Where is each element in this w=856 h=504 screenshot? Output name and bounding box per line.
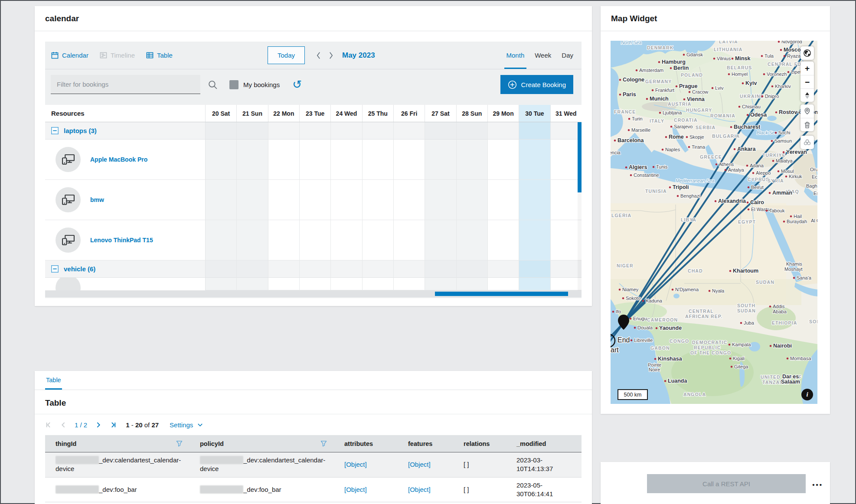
today-button[interactable]: Today bbox=[268, 46, 305, 64]
filter-bookings-input[interactable] bbox=[51, 75, 200, 94]
calendar-cell[interactable] bbox=[268, 278, 300, 290]
calendar-cell[interactable] bbox=[488, 278, 519, 290]
collapse-group-icon[interactable] bbox=[51, 127, 59, 134]
calendar-cell[interactable] bbox=[206, 140, 237, 180]
view-timeline-button[interactable]: Timeline bbox=[100, 52, 135, 59]
calendar-cell[interactable] bbox=[519, 220, 550, 260]
calendar-cell[interactable] bbox=[551, 220, 582, 260]
calendar-cell[interactable] bbox=[425, 220, 456, 260]
calendar-cell[interactable] bbox=[300, 220, 331, 260]
calendar-cell[interactable] bbox=[363, 122, 394, 140]
calendar-cell[interactable] bbox=[457, 140, 488, 180]
filter-funnel-icon[interactable] bbox=[320, 440, 327, 447]
calendar-cell[interactable] bbox=[425, 140, 456, 180]
collapse-group-icon[interactable] bbox=[51, 265, 59, 273]
previous-page-icon[interactable] bbox=[60, 421, 67, 429]
calendar-cell[interactable] bbox=[331, 122, 362, 140]
group-label[interactable]: vehicle (6) bbox=[64, 265, 95, 273]
settings-button[interactable]: Settings bbox=[170, 421, 203, 429]
features-cell[interactable]: [Object] bbox=[398, 457, 453, 472]
calendar-cell[interactable] bbox=[268, 140, 300, 180]
call-rest-api-button[interactable]: Call a REST API bbox=[647, 474, 806, 493]
map-attribution-info-icon[interactable]: i bbox=[801, 389, 813, 400]
horizontal-scrollbar-thumb[interactable] bbox=[435, 292, 568, 296]
previous-period-icon[interactable] bbox=[314, 50, 323, 61]
calendar-cell[interactable] bbox=[237, 260, 268, 278]
calendar-cell[interactable] bbox=[488, 220, 519, 260]
location-pin-icon[interactable] bbox=[800, 104, 814, 118]
calendar-cell[interactable] bbox=[331, 260, 362, 278]
calendar-cell[interactable] bbox=[394, 180, 425, 220]
group-label[interactable]: laptops (3) bbox=[64, 127, 97, 134]
calendar-cell[interactable] bbox=[425, 122, 456, 140]
calendar-cell[interactable] bbox=[268, 220, 300, 260]
calendar-cell[interactable] bbox=[519, 140, 550, 180]
first-page-icon[interactable] bbox=[45, 421, 52, 429]
features-cell[interactable]: [Object] bbox=[398, 482, 453, 497]
last-page-icon[interactable] bbox=[109, 421, 117, 429]
range-month-button[interactable]: Month bbox=[506, 42, 525, 69]
view-calendar-button[interactable]: Calendar bbox=[51, 52, 88, 59]
cluster-icon[interactable] bbox=[800, 136, 814, 149]
next-page-icon[interactable] bbox=[95, 421, 102, 429]
zoom-out-button[interactable]: − bbox=[800, 75, 814, 88]
calendar-cell[interactable] bbox=[551, 122, 582, 140]
table-row[interactable]: _dev:foo_bar_dev:foo_bar[Object][Object]… bbox=[45, 478, 582, 503]
calendar-cell[interactable] bbox=[488, 180, 519, 220]
tab-table[interactable]: Table bbox=[45, 377, 62, 390]
calendar-cell[interactable] bbox=[268, 260, 300, 278]
vertical-scrollbar[interactable] bbox=[578, 122, 582, 290]
my-bookings-checkbox[interactable] bbox=[229, 80, 239, 89]
trash-icon[interactable] bbox=[800, 118, 814, 131]
search-icon[interactable] bbox=[208, 80, 218, 90]
calendar-cell[interactable] bbox=[300, 260, 331, 278]
resource-name[interactable]: Apple MacBook Pro bbox=[90, 156, 147, 163]
calendar-cell[interactable] bbox=[237, 140, 268, 180]
calendar-cell[interactable] bbox=[519, 278, 550, 290]
next-period-icon[interactable] bbox=[327, 50, 335, 61]
calendar-cell[interactable] bbox=[237, 220, 268, 260]
tilt-control[interactable] bbox=[800, 88, 814, 102]
calendar-cell[interactable] bbox=[206, 260, 237, 278]
calendar-cell[interactable] bbox=[519, 180, 550, 220]
calendar-cell[interactable] bbox=[237, 180, 268, 220]
range-day-button[interactable]: Day bbox=[562, 42, 573, 69]
horizontal-scrollbar[interactable] bbox=[45, 290, 582, 297]
range-week-button[interactable]: Week bbox=[535, 42, 551, 69]
refresh-icon[interactable]: ↺ bbox=[292, 79, 302, 90]
overflow-menu-icon[interactable]: ••• bbox=[812, 481, 823, 488]
calendar-cell[interactable] bbox=[331, 220, 362, 260]
map[interactable]: North SeaBlack SeaMediterranean SeaDENMA… bbox=[611, 41, 817, 404]
calendar-cell[interactable] bbox=[425, 260, 456, 278]
calendar-cell[interactable] bbox=[206, 220, 237, 260]
calendar-cell[interactable] bbox=[551, 140, 582, 180]
view-table-button[interactable]: Table bbox=[146, 52, 173, 59]
attributes-cell[interactable]: [Object] bbox=[334, 457, 398, 472]
table-row[interactable]: _dev:calendartest_calendar-device_dev:ca… bbox=[45, 452, 582, 478]
attributes-cell[interactable]: [Object] bbox=[334, 482, 398, 497]
calendar-cell[interactable] bbox=[206, 278, 237, 290]
calendar-cell[interactable] bbox=[300, 278, 331, 290]
filter-funnel-icon[interactable] bbox=[176, 440, 183, 447]
vertical-scrollbar-thumb[interactable] bbox=[578, 122, 582, 192]
resource-name[interactable]: bmw bbox=[90, 196, 104, 203]
calendar-cell[interactable] bbox=[519, 122, 550, 140]
calendar-cell[interactable] bbox=[363, 260, 394, 278]
page-indicator[interactable]: 1 / 2 bbox=[75, 421, 87, 429]
calendar-cell[interactable] bbox=[363, 180, 394, 220]
calendar-cell[interactable] bbox=[237, 278, 268, 290]
calendar-cell[interactable] bbox=[331, 140, 362, 180]
calendar-cell[interactable] bbox=[457, 260, 488, 278]
calendar-cell[interactable] bbox=[363, 140, 394, 180]
calendar-cell[interactable] bbox=[457, 220, 488, 260]
calendar-cell[interactable] bbox=[551, 180, 582, 220]
calendar-cell[interactable] bbox=[551, 278, 582, 290]
zoom-in-button[interactable]: + bbox=[800, 62, 814, 75]
calendar-cell[interactable] bbox=[394, 122, 425, 140]
calendar-cell[interactable] bbox=[488, 140, 519, 180]
calendar-cell[interactable] bbox=[268, 180, 300, 220]
calendar-cell[interactable] bbox=[488, 260, 519, 278]
calendar-cell[interactable] bbox=[206, 122, 237, 140]
calendar-cell[interactable] bbox=[519, 260, 550, 278]
calendar-cell[interactable] bbox=[300, 122, 331, 140]
